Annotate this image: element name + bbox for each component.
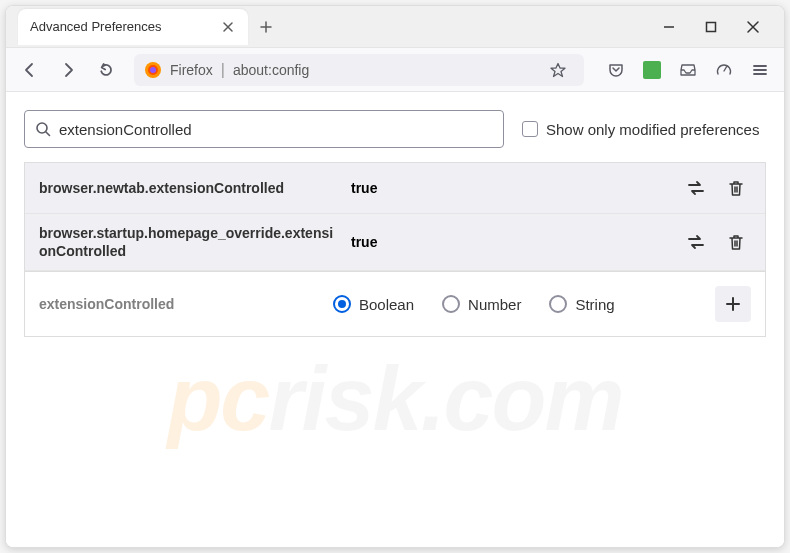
toggle-button[interactable] [681,173,711,203]
delete-button[interactable] [721,227,751,257]
address-bar[interactable]: Firefox | about:config [134,54,584,86]
search-row: Show only modified preferences [24,110,766,148]
show-modified-label: Show only modified preferences [546,121,759,138]
create-preference-row: extensionControlled Boolean Number Strin… [24,272,766,337]
navigation-toolbar: Firefox | about:config [6,48,784,92]
menu-icon[interactable] [744,54,776,86]
firefox-logo-icon [144,61,162,79]
radio-button[interactable] [549,295,567,313]
radio-label: Boolean [359,296,414,313]
close-window-icon[interactable] [744,18,762,36]
back-button[interactable] [14,54,46,86]
speedometer-icon[interactable] [708,54,740,86]
window-controls [660,18,780,36]
urlbar-url: about:config [233,62,309,78]
tab-title: Advanced Preferences [30,19,210,34]
preference-value: true [351,180,669,196]
toolbar-actions [596,54,776,86]
svg-rect-0 [707,22,716,31]
preference-row: browser.startup.homepage_override.extens… [25,214,765,271]
extension-icon[interactable] [636,54,668,86]
radio-string[interactable]: String [549,295,614,313]
pocket-icon[interactable] [600,54,632,86]
forward-button[interactable] [52,54,84,86]
add-preference-button[interactable] [715,286,751,322]
create-preference-name: extensionControlled [39,296,319,312]
browser-window: Advanced Preferences [5,5,785,548]
inbox-icon[interactable] [672,54,704,86]
preference-value: true [351,234,669,250]
bookmark-star-icon[interactable] [542,54,574,86]
preference-actions [681,173,751,203]
preference-search-box[interactable] [24,110,504,148]
close-tab-icon[interactable] [220,19,236,35]
show-modified-checkbox[interactable] [522,121,538,137]
preference-name: browser.startup.homepage_override.extens… [39,224,339,260]
titlebar: Advanced Preferences [6,6,784,48]
urlbar-divider: | [221,61,225,79]
radio-label: Number [468,296,521,313]
radio-button[interactable] [333,295,351,313]
maximize-icon[interactable] [702,18,720,36]
toggle-button[interactable] [681,227,711,257]
preference-list: browser.newtab.extensionControlled true … [24,162,766,272]
reload-button[interactable] [90,54,122,86]
type-options: Boolean Number String [333,295,701,313]
page-content: pcrisk.com Show only modified preference… [6,92,784,547]
tab-strip: Advanced Preferences [10,9,280,45]
svg-point-3 [150,67,156,73]
new-tab-button[interactable] [252,13,280,41]
preference-actions [681,227,751,257]
minimize-icon[interactable] [660,18,678,36]
urlbar-identity-label: Firefox [170,62,213,78]
radio-boolean[interactable]: Boolean [333,295,414,313]
browser-tab[interactable]: Advanced Preferences [18,9,248,45]
search-icon [35,121,51,137]
preference-row: browser.newtab.extensionControlled true [25,163,765,214]
preference-search-input[interactable] [59,121,493,138]
delete-button[interactable] [721,173,751,203]
preference-name: browser.newtab.extensionControlled [39,179,339,197]
radio-number[interactable]: Number [442,295,521,313]
radio-button[interactable] [442,295,460,313]
radio-label: String [575,296,614,313]
show-modified-checkbox-group[interactable]: Show only modified preferences [522,121,759,138]
